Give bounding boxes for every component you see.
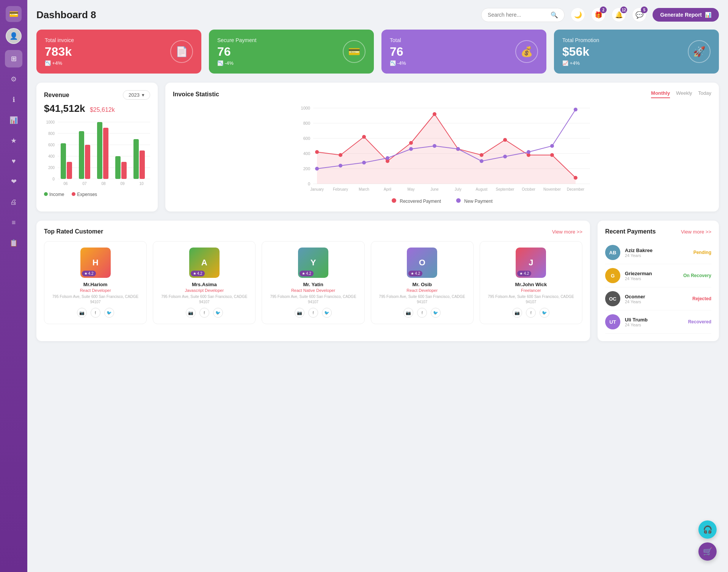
svg-point-41 <box>362 135 366 139</box>
tab-weekly[interactable]: Weekly <box>676 90 692 98</box>
customer-name: Mr. Osib <box>375 282 469 287</box>
gift-badge: 2 <box>600 6 607 13</box>
customer-avatar-osib: O ★ 4.2 <box>407 248 437 278</box>
sidebar-logo[interactable]: 💳 <box>6 6 22 22</box>
svg-rect-13 <box>67 162 72 179</box>
support-fab[interactable]: 🎧 <box>698 520 717 539</box>
tab-today[interactable]: Today <box>698 90 711 98</box>
payment-name: Uli Trumb <box>625 317 684 323</box>
payment-info: Oconner 24 Years <box>625 294 688 304</box>
moon-toggle[interactable]: 🌙 <box>571 8 585 22</box>
svg-point-54 <box>386 156 389 160</box>
twitter-icon[interactable]: 🐦 <box>213 308 223 318</box>
bell-button[interactable]: 🔔 12 <box>612 8 626 22</box>
generate-report-button[interactable]: Generate Report 📊 <box>653 8 719 22</box>
payment-age: 24 Years <box>625 299 688 304</box>
svg-text:June: June <box>430 187 439 191</box>
sidebar-item-liked[interactable]: ❤ <box>5 173 22 190</box>
svg-text:January: January <box>310 187 324 191</box>
sidebar-item-settings[interactable]: ⚙ <box>5 71 22 88</box>
expenses-legend: Expenses <box>72 192 97 197</box>
instagram-icon[interactable]: 📷 <box>512 308 522 318</box>
customers-view-more[interactable]: View more >> <box>552 229 582 235</box>
stat-label: Total <box>390 37 406 43</box>
customer-name: Mrs.Asima <box>157 282 251 287</box>
gift-button[interactable]: 🎁 2 <box>591 8 606 22</box>
customer-card-yatin: Y ★ 4.2 Mr. Yatin React Native Developer… <box>262 241 364 324</box>
payment-status-rejected: Rejected <box>692 296 711 301</box>
sidebar-item-info[interactable]: ℹ <box>5 91 22 108</box>
sidebar-item-list[interactable]: 📋 <box>5 234 22 252</box>
svg-rect-18 <box>115 156 121 179</box>
customer-address: 795 Folsom Ave, Suite 600 San Francisco,… <box>48 294 143 305</box>
sidebar-item-menu[interactable]: ≡ <box>5 214 22 231</box>
new-payment-legend: New Payment <box>456 198 493 204</box>
payments-view-more[interactable]: View more >> <box>681 229 711 235</box>
sidebar-avatar[interactable]: 👤 <box>6 28 22 44</box>
payment-info: Uli Trumb 24 Years <box>625 317 684 327</box>
payment-info: Griezerman 24 Years <box>625 271 679 281</box>
customer-address: 795 Folsom Ave, Suite 600 San Francisco,… <box>375 294 469 305</box>
cart-fab[interactable]: 🛒 <box>698 542 717 561</box>
stat-icon: 📄 <box>170 40 193 63</box>
svg-point-50 <box>574 176 577 180</box>
sidebar-item-star[interactable]: ★ <box>5 132 22 149</box>
revenue-sub-value: $25,612k <box>90 107 115 113</box>
svg-text:August: August <box>475 187 487 191</box>
instagram-icon[interactable]: 📷 <box>403 308 413 318</box>
year-selector[interactable]: 2023 ▾ <box>123 90 150 100</box>
instagram-icon[interactable]: 📷 <box>295 308 304 318</box>
svg-text:200: 200 <box>303 166 310 171</box>
svg-text:February: February <box>333 187 348 191</box>
svg-point-39 <box>315 150 319 154</box>
svg-point-49 <box>550 153 554 157</box>
chat-button[interactable]: 💬 5 <box>632 8 646 22</box>
customer-socials: 📷 f 🐦 <box>157 308 251 318</box>
customer-avatar-yatin: Y ★ 4.2 <box>298 248 328 278</box>
sidebar-item-print[interactable]: 🖨 <box>5 193 22 211</box>
search-bar[interactable]: 🔍 <box>481 8 565 22</box>
facebook-icon[interactable]: f <box>308 308 318 318</box>
payment-name: Aziz Bakree <box>625 248 689 253</box>
stat-label: Total Promotion <box>562 37 599 43</box>
svg-point-40 <box>339 153 342 157</box>
sidebar-item-dashboard[interactable]: ⊞ <box>5 50 22 67</box>
twitter-icon[interactable]: 🐦 <box>431 308 441 318</box>
search-input[interactable] <box>488 12 548 18</box>
search-icon: 🔍 <box>551 11 558 19</box>
twitter-icon[interactable]: 🐦 <box>104 308 114 318</box>
stat-card-total-promotion: Total Promotion $56k 📈 +4% 🚀 <box>554 30 719 74</box>
sidebar-item-activity[interactable]: 📊 <box>5 111 22 129</box>
customer-card-asima: A ★ 4.2 Mrs.Asima Javascript Developer 7… <box>153 241 256 324</box>
facebook-icon[interactable]: f <box>417 308 427 318</box>
customers-card: Top Rated Customer View more >> H ★ 4.2 … <box>36 221 590 341</box>
svg-point-56 <box>433 144 436 148</box>
svg-text:400: 400 <box>48 154 55 158</box>
twitter-icon[interactable]: 🐦 <box>540 308 549 318</box>
svg-text:600: 600 <box>48 143 55 147</box>
stat-card-info: Secure Payment 76 📉 -4% <box>217 37 257 66</box>
svg-point-59 <box>503 155 507 158</box>
facebook-icon[interactable]: f <box>526 308 536 318</box>
svg-point-52 <box>339 164 342 168</box>
sidebar-item-favorites[interactable]: ♥ <box>5 152 22 170</box>
payment-item-oconner: OC Oconner 24 Years Rejected <box>605 287 711 310</box>
customer-avatar-asima: A ★ 4.2 <box>189 248 220 278</box>
facebook-icon[interactable]: f <box>199 308 209 318</box>
chart-legend: Income Expenses <box>44 192 150 197</box>
twitter-icon[interactable]: 🐦 <box>322 308 332 318</box>
rating-badge: ★ 4.2 <box>300 271 314 276</box>
tab-monthly[interactable]: Monthly <box>651 90 670 98</box>
stat-value: 76 <box>390 45 406 59</box>
svg-point-51 <box>315 167 319 171</box>
facebook-icon[interactable]: f <box>91 308 100 318</box>
rating-badge: ★ 4.2 <box>408 271 422 276</box>
customer-socials: 📷 f 🐦 <box>375 308 469 318</box>
instagram-icon[interactable]: 📷 <box>77 308 87 318</box>
svg-text:December: December <box>567 187 585 191</box>
svg-text:800: 800 <box>303 121 310 125</box>
payment-item-ulitrumb: UT Uli Trumb 24 Years Recovered <box>605 310 711 334</box>
instagram-icon[interactable]: 📷 <box>186 308 196 318</box>
payment-age: 24 Years <box>625 276 679 281</box>
svg-text:200: 200 <box>48 166 55 170</box>
